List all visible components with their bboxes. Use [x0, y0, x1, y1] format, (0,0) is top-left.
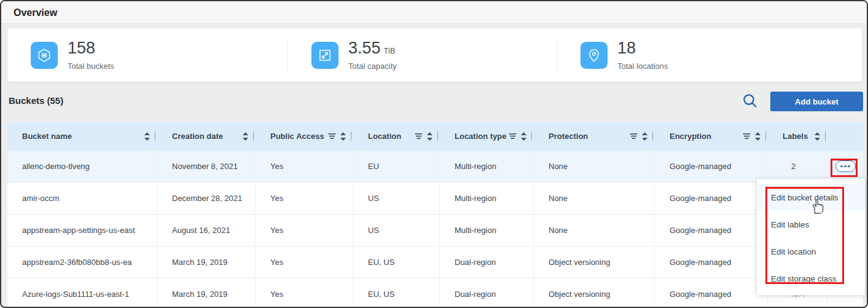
table-row: appstream2-36fb080bb8-us-ea March 19, 20… — [7, 247, 863, 278]
filter-icon[interactable] — [630, 133, 638, 140]
stat-number: 158 — [68, 39, 95, 57]
table-row: amir-occm December 28, 2021 Yes US Multi… — [7, 183, 863, 215]
cell-public-access: Yes — [256, 215, 353, 246]
cell-location-type: Dual-region — [440, 278, 534, 308]
column-divider — [825, 132, 826, 141]
cell-public-access: Yes — [256, 183, 353, 214]
cell-bucket-name: amir-occm — [7, 183, 157, 214]
filter-icon[interactable] — [743, 133, 751, 140]
cell-public-access: Yes — [256, 247, 353, 278]
column-header-encryption[interactable]: Encryption — [655, 122, 768, 151]
buckets-icon — [31, 42, 58, 69]
cell-creation-date: March 19, 2019 — [157, 278, 256, 308]
cell-location-type: Dual-region — [440, 247, 534, 278]
stat-value: 158 — [68, 39, 114, 60]
column-divider — [437, 132, 438, 141]
cell-bucket-name: Azure-logs-Sub1111-us-east-1 — [7, 278, 157, 308]
stat-number: 3.55 — [348, 39, 381, 57]
buckets-table: Bucket name Creation date Public Access … — [7, 122, 863, 308]
stat-text: 18 Total locations — [617, 39, 668, 71]
sort-icon[interactable] — [755, 132, 760, 141]
cell-encryption: Google-managed — [655, 247, 768, 278]
column-divider — [765, 132, 766, 141]
page-header: Overview — [1, 1, 867, 24]
cell-location-type: Multi-region — [440, 151, 534, 182]
cell-encryption: Google-managed — [655, 278, 768, 308]
cell-location: US — [353, 183, 440, 214]
cell-encryption: Google-managed — [655, 183, 768, 214]
table-header-row: Bucket name Creation date Public Access … — [7, 122, 863, 151]
overview-page: Overview 158 Total buckets — [0, 0, 868, 308]
cell-location: EU, US — [353, 278, 440, 308]
cell-protection: Object versioning — [534, 278, 655, 308]
sort-icon[interactable] — [144, 132, 150, 141]
annotation-highlight-menu-button — [831, 159, 858, 177]
stat-value: 3.55TiB — [348, 39, 397, 60]
stat-unit: TiB — [384, 46, 396, 55]
cell-location: EU — [353, 151, 440, 182]
column-divider — [531, 132, 532, 141]
cursor-hand-icon — [810, 198, 824, 217]
cell-creation-date: March 19, 2019 — [157, 247, 256, 278]
sort-icon[interactable] — [243, 132, 248, 141]
column-header-public-access[interactable]: Public Access — [256, 122, 353, 151]
column-label: Creation date — [172, 132, 223, 141]
cell-protection: None — [534, 183, 655, 214]
column-header-actions — [827, 122, 863, 151]
stat-label: Total buckets — [68, 61, 114, 71]
table-row: appstream-app-settings-us-east August 16… — [7, 215, 863, 247]
column-header-bucket-name[interactable]: Bucket name — [7, 122, 157, 151]
stat-total-buckets: 158 Total buckets — [7, 38, 287, 73]
column-header-labels[interactable]: Labels — [768, 122, 827, 151]
sort-icon[interactable] — [815, 132, 820, 141]
buckets-heading: Buckets (55) — [9, 95, 63, 106]
filter-icon[interactable] — [415, 133, 423, 140]
column-label: Location — [368, 132, 401, 141]
column-label: Location type — [455, 132, 507, 141]
stat-total-capacity: 3.55TiB Total capacity — [287, 38, 557, 73]
filter-icon[interactable] — [509, 133, 517, 140]
column-divider — [253, 132, 254, 141]
sort-icon[interactable] — [427, 132, 432, 141]
cell-encryption: Google-managed — [655, 151, 768, 182]
stat-number: 18 — [617, 39, 636, 57]
column-label: Encryption — [670, 132, 711, 141]
column-header-location[interactable]: Location — [353, 122, 440, 151]
stat-text: 158 Total buckets — [68, 39, 114, 71]
cell-protection: Object versioning — [534, 247, 655, 278]
summary-stats-card: 158 Total buckets 3.55TiB Total capacity — [7, 28, 862, 82]
cell-location-type: Multi-region — [440, 183, 534, 214]
add-bucket-button[interactable]: Add bucket — [770, 92, 863, 111]
search-icon[interactable] — [742, 93, 758, 109]
stat-value: 18 — [617, 39, 668, 60]
column-divider — [155, 132, 155, 141]
column-label: Bucket name — [22, 132, 72, 141]
cell-protection: None — [534, 151, 655, 182]
column-header-protection[interactable]: Protection — [534, 122, 655, 151]
cell-protection: None — [534, 215, 655, 246]
column-label: Public Access — [270, 132, 324, 141]
cell-creation-date: December 28, 2021 — [157, 183, 256, 214]
capacity-icon — [311, 42, 338, 69]
cell-bucket-name: appstream-app-settings-us-east — [7, 215, 157, 246]
column-label: Protection — [549, 132, 588, 141]
column-divider — [351, 132, 351, 141]
table-row: allenc-demo-tlveng November 8, 2021 Yes … — [7, 151, 863, 183]
locations-icon — [581, 42, 608, 69]
table-row: Azure-logs-Sub1111-us-east-1 March 19, 2… — [7, 278, 863, 308]
page-title: Overview — [14, 1, 57, 24]
cell-encryption: Google-managed — [655, 215, 768, 246]
cell-creation-date: November 8, 2021 — [157, 151, 256, 182]
stat-label: Total locations — [617, 61, 668, 71]
cell-bucket-name: appstream2-36fb080bb8-us-ea — [7, 247, 157, 278]
column-header-location-type[interactable]: Location type — [440, 122, 534, 151]
sort-icon[interactable] — [340, 132, 346, 141]
sort-icon[interactable] — [521, 132, 526, 141]
stat-label: Total capacity — [348, 61, 397, 71]
annotation-highlight-menu-items — [765, 187, 844, 284]
cell-public-access: Yes — [256, 278, 353, 308]
filter-icon[interactable] — [328, 133, 336, 140]
column-header-creation-date[interactable]: Creation date — [157, 122, 256, 151]
sort-icon[interactable] — [642, 132, 647, 141]
cell-creation-date: August 16, 2021 — [157, 215, 256, 246]
